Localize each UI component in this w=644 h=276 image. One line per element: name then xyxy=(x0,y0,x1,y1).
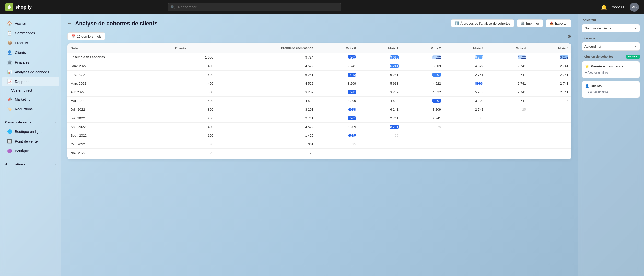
filter-settings-button[interactable]: ⚙ xyxy=(567,34,571,39)
topbar-logo: shopify xyxy=(5,3,36,11)
cell-premiere: 4 522 xyxy=(216,122,317,131)
cell-premiere: 6 241 xyxy=(216,70,317,79)
date-filter-button[interactable]: 📅 12 derniers mois xyxy=(67,32,105,40)
nouveau-badge: Nouveau xyxy=(626,55,640,59)
cell-mois-4: 2 741 xyxy=(486,79,529,88)
intervalle-title: Intervalle xyxy=(582,37,640,40)
sidebar-item-boutique[interactable]: 🟣 Boutique xyxy=(2,146,59,156)
sidebar-canaux-section[interactable]: Canaux de vente › xyxy=(0,118,61,126)
bell-icon[interactable]: 🔔 xyxy=(601,4,607,10)
cell-mois-1: 9 013 xyxy=(359,53,401,62)
cell-mois-0: 6 241 xyxy=(317,131,359,140)
intervalle-select[interactable]: Aujourd'hui xyxy=(582,42,640,51)
sidebar-label-reductions: Réductions xyxy=(15,107,33,111)
right-panel: Indicateur Nombre de clients Intervalle … xyxy=(578,14,644,276)
sidebar-divider-1 xyxy=(4,116,57,116)
table-row: Oct. 20223030125 xyxy=(67,140,571,148)
topbar-right: 🔔 Cooper H. AG xyxy=(601,3,639,12)
clients-filter-icon: 👤 xyxy=(585,84,589,88)
sidebar-item-accueil[interactable]: 🏠 Accueil xyxy=(2,19,59,28)
cell-mois-0: 3 209 xyxy=(317,96,359,105)
export-button[interactable]: 📤 Exporter xyxy=(546,19,571,27)
cell-clients: 200 xyxy=(172,114,216,122)
sidebar-item-analyses[interactable]: 📊 Analyses de données xyxy=(2,67,59,77)
add-filter-button-2[interactable]: + Ajouter un filtre xyxy=(585,90,608,95)
sidebar-item-vue-direct[interactable]: Vue en direct xyxy=(2,87,59,94)
sidebar-item-rapports[interactable]: 📈 Rapports xyxy=(2,77,59,86)
table-row: Sept. 20221001 4256 24125 xyxy=(67,131,571,140)
th-date: Date xyxy=(67,43,172,53)
sidebar-item-finances[interactable]: 🏛️ Finances xyxy=(2,57,59,67)
sidebar-item-commandes[interactable]: 📋 Commandes xyxy=(2,28,59,38)
cell-mois-4: 2 741 xyxy=(486,96,529,105)
cell-mois-2: 4 522 xyxy=(402,79,444,88)
sidebar-applications-section[interactable]: Applications › xyxy=(0,160,61,168)
chevron-icon: › xyxy=(55,121,56,124)
table-row: Fév. 20226006 2419 0136 2418 2012 7412 7… xyxy=(67,70,571,79)
cell-mois-3: 8 201 xyxy=(444,79,486,88)
back-button[interactable]: ← xyxy=(67,21,72,26)
sidebar: 🏠 Accueil 📋 Commandes 📦 Produits 👤 Clien… xyxy=(0,14,61,276)
cell-premiere: 4 522 xyxy=(216,79,317,88)
cell-mois-3: 4 522 xyxy=(444,62,486,70)
table-row: Janv. 20224004 5222 7416 2413 2094 5222 … xyxy=(67,62,571,70)
cell-mois-4 xyxy=(486,131,529,140)
pos-icon: 🔲 xyxy=(7,139,12,144)
sidebar-label-produits: Produits xyxy=(15,41,28,45)
cell-mois-0: 25 xyxy=(317,140,359,148)
sidebar-label-point-vente: Point de vente xyxy=(15,139,38,143)
cell-mois-1: 6 241 xyxy=(359,105,401,114)
info-icon: ℹ️ xyxy=(455,21,459,25)
cell-mois-5: 2 741 xyxy=(529,88,571,96)
cell-mois-5 xyxy=(529,148,571,157)
products-icon: 📦 xyxy=(7,40,12,45)
cell-mois-2: 2 741 xyxy=(402,114,444,122)
cell-mois-3 xyxy=(444,122,486,131)
cohort-table: Date Clients Première commande Mois 0 Mo… xyxy=(67,43,571,157)
table-row: Mars 20224004 5223 2095 9134 5228 2012 7… xyxy=(67,79,571,88)
indicateur-select[interactable]: Nombre de clients xyxy=(582,24,640,32)
search-input[interactable] xyxy=(168,3,341,12)
sidebar-item-point-vente[interactable]: 🔲 Point de vente xyxy=(2,136,59,146)
cell-mois-0 xyxy=(317,148,359,157)
sidebar-item-boutique-ligne[interactable]: 🌐 Boutique en ligne xyxy=(2,127,59,136)
th-mois-1: Mois 1 xyxy=(359,43,401,53)
cell-mois-4 xyxy=(486,140,529,148)
cell-premiere: 9 724 xyxy=(216,53,317,62)
inclusion-header: Inclusion de cohortes Nouveau xyxy=(582,55,640,59)
cell-mois-4 xyxy=(486,114,529,122)
cell-mois-5: 2 741 xyxy=(529,62,571,70)
cell-clients: 1 000 xyxy=(172,53,216,62)
cell-clients: 300 xyxy=(172,88,216,96)
cell-premiere: 8 201 xyxy=(216,105,317,114)
cell-mois-0: 5 913 xyxy=(317,105,359,114)
cell-mois-1: 25 xyxy=(359,131,401,140)
sidebar-item-clients[interactable]: 👤 Clients xyxy=(2,48,59,57)
add-filter-button-1[interactable]: + Ajouter un filtre xyxy=(585,70,608,75)
cell-mois-3 xyxy=(444,148,486,157)
cell-mois-0: 9 013 xyxy=(317,70,359,79)
cell-clients: 400 xyxy=(172,62,216,70)
cell-date: Ensemble des cohortes xyxy=(67,53,172,62)
sidebar-label-boutique-ligne: Boutique en ligne xyxy=(15,130,42,134)
sidebar-item-produits[interactable]: 📦 Produits xyxy=(2,38,59,48)
cell-mois-0: 2 741 xyxy=(317,62,359,70)
cell-mois-5: 3 209 xyxy=(529,53,571,62)
table-scroll[interactable]: Date Clients Première commande Mois 0 Mo… xyxy=(67,43,571,159)
cell-mois-1: 6 241 xyxy=(359,62,401,70)
cell-mois-1: 2 741 xyxy=(359,114,401,122)
sidebar-item-marketing[interactable]: 📣 Marketing xyxy=(2,95,59,104)
cell-date: Août 2022 xyxy=(67,122,172,131)
cell-mois-0: 8 201 xyxy=(317,53,359,62)
cell-premiere: 4 522 xyxy=(216,62,317,70)
about-button[interactable]: ℹ️ À propos de l'analyse de cohortes xyxy=(451,19,514,27)
print-button[interactable]: 🖨️ Imprimer xyxy=(517,19,543,27)
sidebar-label-vue-direct: Vue en direct xyxy=(11,88,32,93)
cell-clients: 400 xyxy=(172,79,216,88)
sidebar-item-reductions[interactable]: 🏷️ Réductions xyxy=(2,104,59,114)
cell-mois-5 xyxy=(529,105,571,114)
cell-premiere: 4 522 xyxy=(216,96,317,105)
cell-date: Sept. 2022 xyxy=(67,131,172,140)
cell-mois-5 xyxy=(529,131,571,140)
sidebar-label-rapports: Rapports xyxy=(15,80,29,84)
